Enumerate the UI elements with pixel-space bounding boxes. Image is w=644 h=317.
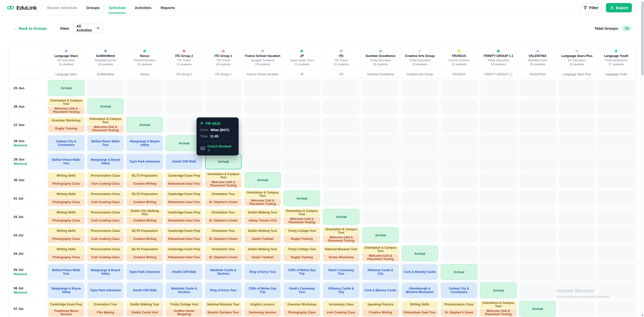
cell-01-jul-france-school-vacation[interactable]: Orientation & Campus TourWelcome Céilí &… [243, 189, 283, 208]
morning-activity-chip[interactable]: Cambridge Exam Prep [166, 246, 202, 253]
morning-activity-chip[interactable]: Pronunciation Class [87, 246, 124, 253]
afternoon-activity-chip[interactable]: Irish Cooking Class [87, 217, 124, 225]
morning-activity-chip[interactable]: IELTS Preparation [126, 246, 163, 253]
group-header-ite[interactable]: ITEITE Travel22 students [322, 46, 361, 70]
cell-05-jul-francia[interactable]: Arrival [439, 263, 479, 281]
afternoon-activity-chip[interactable]: Photography Class [48, 217, 85, 225]
cell-02-jul-language-stars[interactable]: Writing SkillsPhotography Class [47, 208, 86, 226]
cell-30-jun-gowithwind[interactable]: Pronunciation ClassIrish Cooking Class [86, 171, 125, 189]
arrival-chip[interactable]: Arrival [323, 209, 359, 225]
afternoon-activity-chip[interactable]: Creative Writing [126, 254, 163, 261]
afternoon-activity-chip[interactable]: Welcome Céilí & Placement Testing [362, 254, 399, 261]
morning-activity-chip[interactable]: Orientation & Campus Tour [48, 99, 85, 106]
afternoon-activity-chip[interactable]: Welcome Céilí & Placement Testing [244, 199, 281, 206]
cell-27-jun-nexus[interactable]: Arrival [125, 116, 164, 134]
cell-03-jul-jp[interactable]: Trinity College VisitRugby Training [282, 226, 322, 244]
cell-02-jul-gowithwind[interactable]: Pronunciation ClassIrish Cooking Class [86, 208, 125, 226]
nav-item-schedule[interactable]: Schedule [109, 0, 126, 16]
scrollbar-thumb[interactable] [641, 2, 644, 75]
cell-06-jul-jp[interactable]: Giant's Causeway Tour [282, 281, 322, 300]
cell-05-jul-summer-excellence[interactable]: Kilkenny Castle & City [361, 263, 400, 281]
excursion-chip[interactable]: Galway City & Connemara [48, 135, 85, 151]
afternoon-activity-chip[interactable]: Irish Cooking Class [87, 199, 124, 206]
cell-03-jul-language-stars[interactable]: Writing SkillsPhotography Class [47, 226, 86, 244]
cell-07-jul-ite[interactable]: Vocabulary ClassIrish Cooking Class [322, 300, 361, 317]
morning-activity-chip[interactable]: IELTS Preparation [126, 227, 163, 235]
export-button[interactable]: Export [606, 3, 632, 12]
morning-activity-chip[interactable]: Orientation Tour [205, 191, 242, 198]
cell-06-jul-creative-arts-group[interactable]: Glendalough & Wicklow Mountains [400, 281, 440, 300]
afternoon-activity-chip[interactable]: Kilmainham Gaol Tour [166, 217, 202, 225]
arrival-chip[interactable]: Arrival [362, 227, 399, 243]
cell-03-jul-france-school-vacation[interactable]: Dublin Walking TourGaelic Football [243, 226, 283, 244]
morning-activity-chip[interactable]: National Museum Tour [323, 246, 359, 253]
excursion-chip[interactable]: Tayto Park Adventure [126, 264, 163, 280]
morning-activity-chip[interactable]: Orientation & Campus Tour [323, 227, 359, 235]
cell-07-jul-language-stars[interactable]: Cambridge Exam PrepTraditional Music Ses… [47, 300, 86, 317]
morning-activity-chip[interactable]: Writing Skills [48, 191, 85, 198]
group-header-ite-group-2[interactable]: ITE Group 2ITE Travel19 students [164, 46, 204, 70]
morning-activity-chip[interactable]: Trinity College Visit [166, 301, 202, 308]
cell-04-jul-jp[interactable]: Trinity College VisitRugby Training [282, 244, 322, 263]
cell-05-jul-nexus[interactable]: Tayto Park Adventure [125, 263, 164, 281]
excursion-chip[interactable]: Howth Cliff Walk [166, 264, 202, 280]
morning-activity-chip[interactable]: Cambridge Exam Prep [48, 301, 85, 308]
cell-07-jul-jp[interactable]: Grammar WorkshopPhotography Class [282, 300, 322, 317]
morning-activity-chip[interactable]: Cambridge Exam Prep [166, 209, 202, 216]
cell-06-jul-language-stars[interactable]: Newgrange & Boyne Valley [47, 281, 86, 300]
cell-06-jul-gowithwind[interactable]: Tayto Park Adventure [86, 281, 125, 300]
group-header-valentina[interactable]: VALENTINAValentina Tours20 students [518, 46, 557, 70]
afternoon-activity-chip[interactable]: Gaelic Football [244, 254, 281, 261]
cell-06-jul-summer-excellence[interactable]: Cork & Blarney Castle [361, 281, 400, 300]
cell-02-jul-ite-group-2[interactable]: Cambridge Exam PrepKilmainham Gaol Tour [164, 208, 204, 226]
cell-07-jul-gowithwind[interactable]: Orientation TourFilm Making [86, 300, 125, 317]
cell-06-jul-trinity-group-1-1[interactable]: Arrival [479, 281, 518, 300]
morning-activity-chip[interactable]: Orientation & Campus Tour [87, 117, 124, 124]
cell-07-jul-nexus[interactable]: Dublin Walking TourDublin Castle Visit [125, 300, 164, 317]
afternoon-activity-chip[interactable]: Kilmainham Gaol Tour [166, 199, 202, 206]
cell-29-jun-nexus[interactable]: Tayto Park Adventure [125, 152, 164, 171]
cell-07-jul-creative-arts-group[interactable]: Writing SkillsKilmainham Gaol Tour [400, 300, 440, 317]
cell-03-jul-summer-excellence[interactable]: Arrival [361, 226, 400, 244]
morning-activity-chip[interactable]: Pronunciation Class [87, 227, 124, 235]
vertical-scrollbar[interactable]: ▼ [641, 0, 644, 317]
cell-01-jul-nexus[interactable]: IELTS PreparationCreative Writing [125, 189, 164, 208]
afternoon-activity-chip[interactable]: Photography Class [48, 235, 85, 243]
morning-activity-chip[interactable]: Dublin Walking Tour [244, 227, 281, 235]
group-header-gowithwind[interactable]: GoWithWindStudyAbroad Inc24 students [86, 46, 125, 70]
cell-05-jul-france-school-vacation[interactable]: Ring of Kerry Tour [243, 263, 283, 281]
excursion-chip[interactable]: Newgrange & Boyne Valley [126, 135, 163, 151]
cell-06-jul-france-school-vacation[interactable]: Cliffs of Moher Day Trip [243, 281, 283, 300]
afternoon-activity-chip[interactable]: Photography Class [48, 199, 85, 206]
excursion-chip[interactable]: Glendalough & Wicklow Mountains [402, 282, 438, 298]
morning-activity-chip[interactable]: Writing Skills [402, 301, 438, 308]
afternoon-activity-chip[interactable]: Grafton Street Shopping [166, 309, 202, 316]
excursion-chip[interactable]: Belfast Peace Walls Tour [48, 154, 85, 169]
cell-07-jul-summer-excellence[interactable]: Speaking PracticeCreative Writing [361, 300, 400, 317]
afternoon-activity-chip[interactable]: Irish Cooking Class [87, 180, 124, 188]
cell-04-jul-ite-group-1[interactable]: Orientation TourSt. Stephen's Green [204, 244, 243, 263]
afternoon-activity-chip[interactable]: Dublin Castle Visit [126, 309, 163, 316]
afternoon-activity-chip[interactable]: Traditional Music Session [48, 309, 85, 316]
cell-05-jul-ite-group-1[interactable]: Malahide Castle & Gardens [204, 263, 243, 281]
morning-activity-chip[interactable]: Trinity College Visit [284, 227, 320, 235]
back-to-groups-link[interactable]: ← Back to Groups [13, 26, 47, 30]
cell-28-jun-gowithwind[interactable]: Belfast Peace Walls Tour [86, 134, 125, 152]
afternoon-activity-chip[interactable]: Rugby Training [284, 254, 320, 261]
morning-activity-chip[interactable]: Orientation & Campus Tour [244, 191, 281, 198]
excursion-chip[interactable]: Tayto Park Adventure [87, 282, 124, 298]
afternoon-activity-chip[interactable]: Welcome Céilí & Placement Testing [480, 309, 517, 316]
afternoon-activity-chip[interactable]: St. Stephen's Green [205, 217, 242, 225]
cell-02-jul-ite-group-1[interactable]: Orientation TourSt. Stephen's Green [204, 208, 243, 226]
excursion-chip[interactable]: Newgrange & Boyne Valley [48, 282, 85, 298]
afternoon-activity-chip[interactable]: Welcome Céilí & Placement Testing [323, 235, 359, 243]
excursion-chip[interactable]: Malahide Castle & Gardens [205, 264, 242, 280]
cell-01-jul-ite-group-2[interactable]: Cambridge Exam PrepKilmainham Gaol Tour [164, 189, 204, 208]
excursion-chip[interactable]: Giant's Causeway Tour [284, 282, 320, 298]
cell-07-jul-france-school-vacation[interactable]: English LessonsSwimming Session [243, 300, 283, 317]
afternoon-activity-chip[interactable]: Kilmainham Gaol Tour [166, 254, 202, 261]
morning-activity-chip[interactable]: Cambridge Exam Prep [166, 191, 202, 198]
cell-29-jun-gowithwind[interactable]: Newgrange & Boyne Valley [86, 152, 125, 171]
afternoon-activity-chip[interactable]: Photography Class [48, 254, 85, 261]
cell-04-jul-summer-excellence[interactable]: Orientation & Campus TourWelcome Céilí &… [361, 244, 400, 263]
